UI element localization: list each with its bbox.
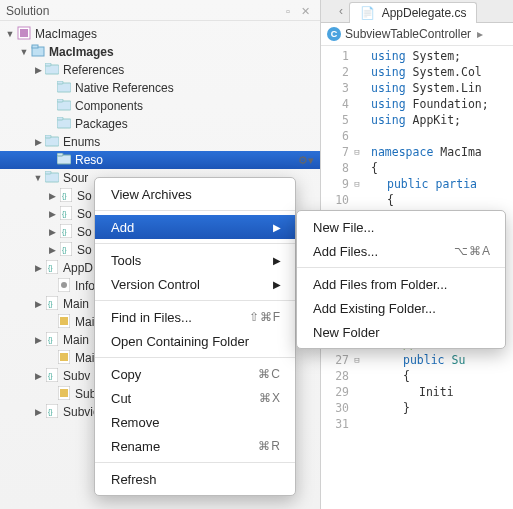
tree-label: So [77, 243, 92, 257]
csharp-file-icon: {} [44, 296, 60, 313]
tree-label: So [77, 207, 92, 221]
menu-copy[interactable]: Copy⌘C [95, 362, 295, 386]
tree-label: Main [63, 297, 89, 311]
menu-remove[interactable]: Remove [95, 410, 295, 434]
breadcrumb-class: SubviewTableController [345, 27, 471, 41]
expander-icon[interactable]: ▼ [32, 173, 44, 183]
editor-tabbar: ‹ 📄 AppDelegate.cs [321, 0, 513, 23]
tree-resources-row[interactable]: Reso ⚙▾ [0, 151, 320, 169]
menu-separator [95, 462, 295, 463]
tree-project-row[interactable]: ▼ MacImages [0, 43, 320, 61]
csharp-file-icon: {} [58, 224, 74, 241]
tree-references-row[interactable]: ▶ References [0, 61, 320, 79]
menu-refresh[interactable]: Refresh [95, 467, 295, 491]
editor-tab[interactable]: 📄 AppDelegate.cs [349, 2, 477, 23]
submenu-arrow-icon: ▶ [273, 279, 281, 290]
shortcut-label: ⇧⌘F [249, 310, 281, 324]
context-submenu-add: New File... Add Files...⌥⌘A Add Files fr… [296, 210, 506, 349]
menu-version-control[interactable]: Version Control▶ [95, 272, 295, 296]
shortcut-label: ⌥⌘A [454, 244, 491, 258]
menu-add-files-from-folder[interactable]: Add Files from Folder... [297, 272, 505, 296]
svg-text:{}: {} [62, 192, 67, 200]
pad-header: Solution ▫ ✕ [0, 0, 320, 21]
expander-icon[interactable]: ▼ [4, 29, 16, 39]
solution-label: MacImages [35, 27, 97, 41]
menu-find-in-files[interactable]: Find in Files...⇧⌘F [95, 305, 295, 329]
csharp-file-icon: {} [44, 332, 60, 349]
project-label: MacImages [49, 45, 114, 59]
menu-add-files[interactable]: Add Files...⌥⌘A [297, 239, 505, 263]
shortcut-label: ⌘X [259, 391, 281, 405]
expander-icon[interactable]: ▶ [32, 137, 44, 147]
csharp-file-icon: {} [44, 368, 60, 385]
menu-new-folder[interactable]: New Folder [297, 320, 505, 344]
csharp-file-icon: {} [44, 260, 60, 277]
menu-rename[interactable]: Rename⌘R [95, 434, 295, 458]
file-icon: 📄 [360, 6, 375, 20]
svg-text:{}: {} [62, 210, 67, 218]
svg-rect-41 [60, 389, 68, 397]
expander-icon[interactable]: ▼ [18, 47, 30, 57]
folder-icon [56, 117, 72, 132]
svg-rect-1 [20, 29, 28, 37]
menu-cut[interactable]: Cut⌘X [95, 386, 295, 410]
tree-nativerefs-row[interactable]: Native References [0, 79, 320, 97]
tree-label: Enums [63, 135, 100, 149]
svg-rect-33 [60, 317, 68, 325]
svg-rect-15 [57, 153, 63, 156]
tree-label: Packages [75, 117, 128, 131]
tree-solution-row[interactable]: ▼ MacImages [0, 25, 320, 43]
svg-rect-13 [45, 135, 51, 138]
svg-text:{}: {} [62, 246, 67, 254]
menu-add-existing-folder[interactable]: Add Existing Folder... [297, 296, 505, 320]
svg-text:{}: {} [48, 300, 53, 308]
svg-rect-17 [45, 171, 51, 174]
pad-controls[interactable]: ▫ ✕ [286, 5, 314, 18]
menu-separator [95, 300, 295, 301]
project-icon [30, 44, 46, 61]
menu-add[interactable]: Add▶ [95, 215, 295, 239]
tree-label: Native References [75, 81, 174, 95]
context-menu: View Archives Add▶ Tools▶ Version Contro… [94, 177, 296, 496]
breadcrumb[interactable]: C SubviewTableController ▸ [321, 23, 513, 46]
svg-rect-11 [57, 117, 63, 120]
expander-icon[interactable]: ▶ [32, 65, 44, 75]
xib-file-icon [56, 314, 72, 331]
submenu-arrow-icon: ▶ [273, 255, 281, 266]
xib-file-icon [56, 350, 72, 367]
shortcut-label: ⌘C [258, 367, 281, 381]
menu-tools[interactable]: Tools▶ [95, 248, 295, 272]
solution-icon [16, 26, 32, 43]
gear-icon[interactable]: ⚙▾ [298, 154, 314, 167]
tree-label: Main [63, 333, 89, 347]
svg-rect-3 [32, 45, 38, 48]
tree-label: So [77, 225, 92, 239]
tree-label: Components [75, 99, 143, 113]
plist-file-icon [56, 278, 72, 295]
submenu-arrow-icon: ▶ [273, 222, 281, 233]
tab-chevron-icon[interactable]: ‹ [339, 4, 343, 18]
svg-rect-9 [57, 99, 63, 102]
tree-components-row[interactable]: Components [0, 97, 320, 115]
menu-separator [297, 267, 505, 268]
menu-new-file[interactable]: New File... [297, 215, 505, 239]
shortcut-label: ⌘R [258, 439, 281, 453]
folder-icon [44, 63, 60, 78]
menu-view-archives[interactable]: View Archives [95, 182, 295, 206]
pad-title: Solution [6, 4, 49, 18]
tab-label: AppDelegate.cs [382, 6, 467, 20]
menu-separator [95, 210, 295, 211]
svg-point-29 [61, 282, 67, 288]
svg-text:{}: {} [48, 336, 53, 344]
tree-enums-row[interactable]: ▶ Enums [0, 133, 320, 151]
svg-rect-5 [45, 63, 51, 66]
menu-open-containing-folder[interactable]: Open Containing Folder [95, 329, 295, 353]
csharp-file-icon: {} [58, 188, 74, 205]
csharp-file-icon: {} [58, 206, 74, 223]
tree-packages-row[interactable]: Packages [0, 115, 320, 133]
class-icon: C [327, 27, 341, 41]
tree-label: Sour [63, 171, 88, 185]
xib-file-icon [56, 386, 72, 403]
tree-label: AppD [63, 261, 93, 275]
svg-text:{}: {} [48, 372, 53, 380]
